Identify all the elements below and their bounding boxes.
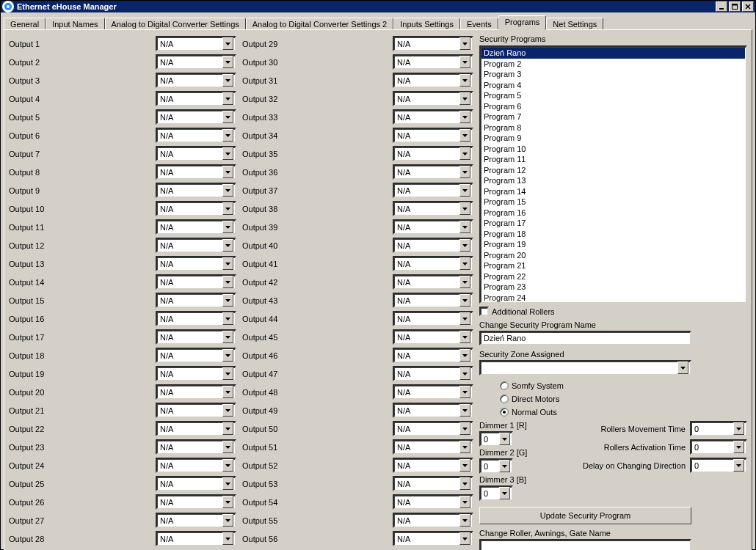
output-select[interactable]: N/A bbox=[393, 494, 473, 510]
additional-rollers-checkbox[interactable]: Additional Rollers bbox=[479, 307, 747, 316]
output-select[interactable]: N/A bbox=[393, 238, 473, 253]
output-select[interactable]: N/A bbox=[156, 164, 236, 180]
output-select[interactable]: N/A bbox=[393, 36, 473, 51]
output-select[interactable]: N/A bbox=[393, 256, 473, 271]
output-select[interactable]: N/A bbox=[156, 109, 236, 125]
output-select[interactable]: N/A bbox=[393, 329, 473, 345]
output-select[interactable]: N/A bbox=[156, 274, 236, 290]
program-list-item[interactable]: Program 18 bbox=[481, 229, 745, 240]
output-select[interactable]: N/A bbox=[393, 421, 473, 436]
output-select[interactable]: N/A bbox=[156, 458, 236, 473]
dimmer2-select[interactable]: 0 bbox=[479, 458, 513, 474]
output-select[interactable]: N/A bbox=[156, 238, 236, 253]
output-select[interactable]: N/A bbox=[393, 384, 473, 400]
maximize-button[interactable] bbox=[729, 1, 741, 12]
output-select[interactable]: N/A bbox=[156, 384, 236, 400]
program-list-item[interactable]: Program 9 bbox=[481, 133, 745, 144]
program-list-item[interactable]: Program 2 bbox=[481, 59, 745, 70]
program-list-item[interactable]: Program 23 bbox=[481, 282, 745, 293]
update-program-button[interactable]: Update Security Program bbox=[479, 507, 691, 524]
output-select[interactable]: N/A bbox=[156, 183, 236, 198]
output-select[interactable]: N/A bbox=[393, 274, 473, 290]
dimmer3-select[interactable]: 0 bbox=[479, 485, 513, 501]
zone-assigned-select[interactable] bbox=[479, 360, 691, 375]
program-list-item[interactable]: Program 10 bbox=[481, 144, 745, 155]
output-select[interactable]: N/A bbox=[156, 421, 236, 436]
program-list-item[interactable]: Program 21 bbox=[481, 260, 745, 271]
output-select[interactable]: N/A bbox=[156, 128, 236, 143]
program-list-item[interactable]: Program 20 bbox=[481, 250, 745, 261]
output-select[interactable]: N/A bbox=[156, 348, 236, 363]
program-list-item[interactable]: Program 3 bbox=[481, 69, 745, 80]
program-list-item[interactable]: Program 5 bbox=[481, 90, 745, 101]
output-select[interactable]: N/A bbox=[393, 91, 473, 106]
output-select[interactable]: N/A bbox=[393, 513, 473, 528]
program-list-item[interactable]: Program 4 bbox=[481, 80, 745, 91]
program-list-item[interactable]: Dzień Rano bbox=[481, 48, 745, 59]
output-select[interactable]: N/A bbox=[156, 36, 236, 51]
chevron-down-icon bbox=[222, 56, 233, 68]
delay-direction-select[interactable]: 0 bbox=[690, 458, 747, 473]
program-list-item[interactable]: Program 11 bbox=[481, 154, 745, 165]
close-button[interactable] bbox=[742, 1, 754, 12]
radio-somfy[interactable]: Somfy System bbox=[500, 380, 747, 392]
output-select[interactable]: N/A bbox=[393, 293, 473, 308]
output-select[interactable]: N/A bbox=[393, 458, 473, 473]
program-list-item[interactable]: Program 22 bbox=[481, 271, 745, 282]
output-select[interactable]: N/A bbox=[393, 54, 473, 70]
output-select[interactable]: N/A bbox=[156, 146, 236, 161]
rollers-activation-select[interactable]: 0 bbox=[690, 439, 747, 455]
minimize-button[interactable] bbox=[716, 1, 727, 12]
output-select[interactable]: N/A bbox=[393, 201, 473, 216]
output-select[interactable]: N/A bbox=[156, 476, 236, 491]
program-list-item[interactable]: Program 13 bbox=[481, 175, 745, 186]
change-roller-name-input[interactable] bbox=[479, 539, 691, 550]
program-list-item[interactable]: Program 17 bbox=[481, 218, 745, 229]
output-select[interactable]: N/A bbox=[156, 513, 236, 528]
output-select[interactable]: N/A bbox=[393, 183, 473, 198]
output-select[interactable]: N/A bbox=[393, 531, 473, 546]
output-select[interactable]: N/A bbox=[156, 531, 236, 546]
radio-direct[interactable]: Direct Motors bbox=[500, 393, 747, 405]
change-program-name-input[interactable]: Dzień Rano bbox=[479, 331, 691, 345]
security-programs-list[interactable]: Dzień RanoProgram 2Program 3Program 4Pro… bbox=[479, 45, 747, 304]
output-select[interactable]: N/A bbox=[156, 219, 236, 235]
output-select[interactable]: N/A bbox=[156, 73, 236, 88]
output-select[interactable]: N/A bbox=[393, 128, 473, 143]
output-select[interactable]: N/A bbox=[156, 403, 236, 418]
output-select[interactable]: N/A bbox=[393, 146, 473, 161]
program-list-item[interactable]: Program 14 bbox=[481, 186, 745, 197]
output-select[interactable]: N/A bbox=[393, 366, 473, 381]
output-select[interactable]: N/A bbox=[156, 329, 236, 345]
tab-programs[interactable]: Programs bbox=[498, 15, 547, 30]
radio-normal[interactable]: Normal Outs bbox=[500, 406, 747, 418]
program-list-item[interactable]: Program 12 bbox=[481, 165, 745, 176]
output-select[interactable]: N/A bbox=[393, 348, 473, 363]
output-select[interactable]: N/A bbox=[156, 494, 236, 510]
program-list-item[interactable]: Program 15 bbox=[481, 197, 745, 208]
output-select[interactable]: N/A bbox=[156, 54, 236, 70]
output-select[interactable]: N/A bbox=[156, 311, 236, 326]
program-list-item[interactable]: Program 24 bbox=[481, 293, 745, 304]
program-list-item[interactable]: Program 19 bbox=[481, 239, 745, 250]
output-select[interactable]: N/A bbox=[156, 439, 236, 455]
program-list-item[interactable]: Program 16 bbox=[481, 208, 745, 219]
program-list-item[interactable]: Program 7 bbox=[481, 111, 745, 122]
output-select[interactable]: N/A bbox=[156, 201, 236, 216]
output-select[interactable]: N/A bbox=[393, 403, 473, 418]
output-select[interactable]: N/A bbox=[156, 91, 236, 106]
output-select[interactable]: N/A bbox=[393, 164, 473, 180]
output-select[interactable]: N/A bbox=[156, 256, 236, 271]
output-select[interactable]: N/A bbox=[393, 311, 473, 326]
output-select[interactable]: N/A bbox=[393, 73, 473, 88]
output-select[interactable]: N/A bbox=[156, 366, 236, 381]
output-select[interactable]: N/A bbox=[393, 219, 473, 235]
rollers-movement-select[interactable]: 0 bbox=[690, 421, 747, 436]
dimmer1-select[interactable]: 0 bbox=[479, 431, 513, 447]
program-list-item[interactable]: Program 8 bbox=[481, 122, 745, 133]
output-select[interactable]: N/A bbox=[393, 109, 473, 125]
program-list-item[interactable]: Program 6 bbox=[481, 101, 745, 112]
output-select[interactable]: N/A bbox=[393, 439, 473, 455]
output-select[interactable]: N/A bbox=[156, 293, 236, 308]
output-select[interactable]: N/A bbox=[393, 476, 473, 491]
